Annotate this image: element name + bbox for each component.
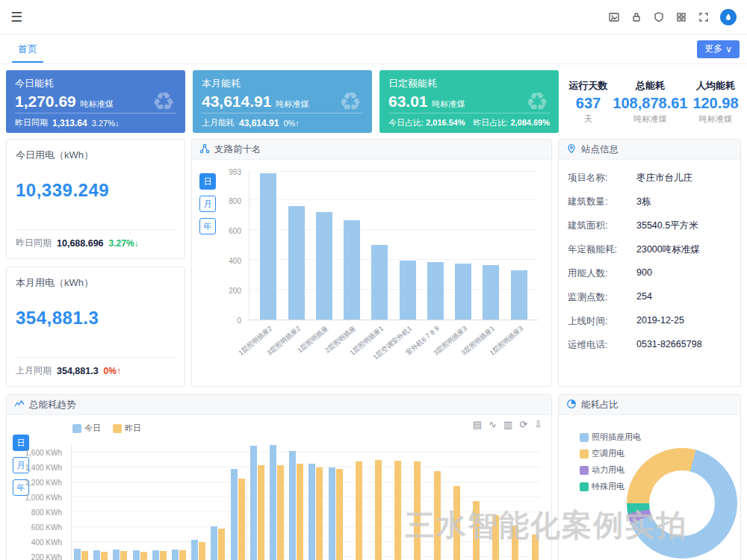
trend-bar[interactable] (179, 550, 186, 560)
trend-bar[interactable] (394, 461, 401, 560)
trend-bar[interactable] (277, 465, 284, 560)
legend-item[interactable]: 照明插座用电 (580, 432, 641, 443)
branch-bar-6[interactable] (400, 261, 416, 320)
trend-bar-group (329, 445, 343, 560)
legend-swatch (580, 449, 589, 458)
lock-icon[interactable] (630, 11, 642, 23)
kpi-card-today-energy: 今日能耗 1,270.69吨标准煤 ♻ 昨日同期 1,313.64 3.27%↓ (6, 70, 185, 133)
menu-icon[interactable]: ☰ (10, 9, 22, 25)
trend-bar[interactable] (218, 529, 225, 560)
trend-bar[interactable] (532, 535, 539, 560)
trend-bar[interactable] (133, 550, 140, 560)
branch-bar-3[interactable] (316, 212, 332, 320)
trend-bar-group (465, 445, 480, 560)
axis-tick-label: 600 (229, 226, 241, 234)
trend-bar[interactable] (199, 542, 205, 560)
legend-item[interactable]: 空调用电 (580, 448, 641, 459)
trend-bar[interactable] (120, 551, 127, 560)
trend-bar[interactable] (297, 464, 303, 560)
branch-period-button-2[interactable]: 月 (199, 196, 216, 212)
axis-tick-label: 200 (229, 286, 241, 294)
trend-bar[interactable] (238, 479, 245, 560)
trend-bar[interactable] (356, 461, 362, 560)
trend-bar[interactable] (74, 549, 81, 560)
brand-logo-icon[interactable] (720, 9, 737, 25)
trend-bar[interactable] (258, 465, 264, 560)
trend-bar[interactable] (473, 501, 480, 560)
tab-home[interactable]: 首页 (12, 36, 43, 63)
stat-total-energy: 总能耗 108,878.61 吨标准煤 (613, 79, 687, 125)
branch-bar-10[interactable] (511, 270, 527, 320)
legend-swatch (580, 482, 589, 491)
trend-bar[interactable] (250, 446, 257, 560)
trend-bar[interactable] (434, 471, 441, 560)
trend-bar[interactable] (101, 552, 108, 560)
fullscreen-icon[interactable] (698, 11, 710, 23)
branch-bar-2[interactable] (288, 206, 305, 320)
kpi-sub-value: 1,313.64 (52, 118, 87, 128)
trend-chart (71, 445, 541, 560)
tab-bar: 首页 更多 ∨ (0, 34, 747, 64)
energy-trend-panel: 总能耗趋势 日月年 今日昨日 ▤ ∿ ▥ ⟳ ⇩ 200 KWh400 KWh6… (6, 394, 552, 560)
more-button[interactable]: 更多 ∨ (697, 40, 740, 58)
trend-bar[interactable] (414, 461, 421, 560)
trend-bar[interactable] (140, 552, 147, 560)
stat-value: 120.98 (692, 95, 738, 112)
axis-tick-label: 200 KWh (31, 553, 62, 560)
grid-icon[interactable] (675, 11, 687, 23)
card-sub-delta: 0%↑ (104, 366, 121, 376)
trend-bar[interactable] (231, 469, 238, 560)
legend-item[interactable]: 动力用电 (580, 464, 641, 476)
trend-bar[interactable] (309, 464, 315, 560)
trend-bar-group (270, 445, 284, 560)
refresh-icon[interactable]: ⟳ (519, 419, 527, 430)
branch-bar-5[interactable] (371, 245, 388, 320)
trend-bar[interactable] (270, 445, 276, 560)
branch-period-button-3[interactable]: 年 (199, 218, 216, 234)
trend-bar-group (211, 445, 225, 560)
branch-bar-1[interactable] (260, 173, 276, 320)
picture-icon[interactable] (608, 11, 620, 23)
topbar-icons (608, 9, 737, 25)
legend-item[interactable]: 今日 (72, 423, 101, 434)
branch-period-button-1[interactable]: 日 (199, 173, 216, 190)
branch-bar-8[interactable] (455, 264, 471, 320)
data-view-icon[interactable]: ▤ (473, 419, 482, 430)
trend-bar[interactable] (152, 550, 159, 560)
trend-bar[interactable] (81, 551, 88, 560)
stat-running-days: 运行天数 637 天 (568, 79, 607, 125)
legend-item[interactable]: 昨日 (113, 423, 141, 434)
trend-bar[interactable] (336, 469, 343, 560)
recycle-icon: ♻ (339, 87, 362, 116)
trend-bar[interactable] (492, 515, 499, 560)
trend-bar-group (387, 445, 401, 560)
trend-bar-group (309, 445, 323, 560)
trend-bar[interactable] (93, 550, 100, 560)
download-icon[interactable]: ⇩ (534, 419, 542, 430)
branch-bar-9[interactable] (483, 265, 499, 320)
kpi-card-month-energy: 本月能耗 43,614.91吨标准煤 ♻ 上月能耗 43,614.91 0%↑ (193, 70, 372, 133)
trend-bar[interactable] (329, 467, 335, 560)
legend-swatch (580, 466, 589, 475)
trend-icon (14, 399, 25, 411)
trend-bar[interactable] (160, 551, 167, 560)
trend-bar[interactable] (191, 540, 198, 560)
site-info-row: 上线时间:2019-12-25 (568, 315, 731, 328)
trend-bar[interactable] (172, 550, 179, 560)
trend-bar[interactable] (211, 526, 217, 560)
trend-bar[interactable] (113, 550, 120, 560)
trend-bar[interactable] (289, 451, 296, 560)
trend-bar[interactable] (375, 460, 382, 560)
trend-bar[interactable] (453, 486, 460, 560)
branch-bar-7[interactable] (427, 262, 444, 320)
kpi-value: 43,614.91 (202, 93, 271, 111)
bar-chart-icon[interactable]: ▥ (503, 419, 512, 430)
kpi-sub-value: 2,016.54% (426, 118, 465, 127)
branch-bar-4[interactable] (344, 220, 360, 320)
energy-share-donut[interactable] (627, 448, 737, 559)
stat-value: 637 (568, 95, 607, 112)
trend-bar[interactable] (512, 526, 518, 560)
trend-bar[interactable] (316, 467, 323, 560)
shield-icon[interactable] (653, 11, 665, 23)
line-chart-icon[interactable]: ∿ (489, 419, 497, 430)
